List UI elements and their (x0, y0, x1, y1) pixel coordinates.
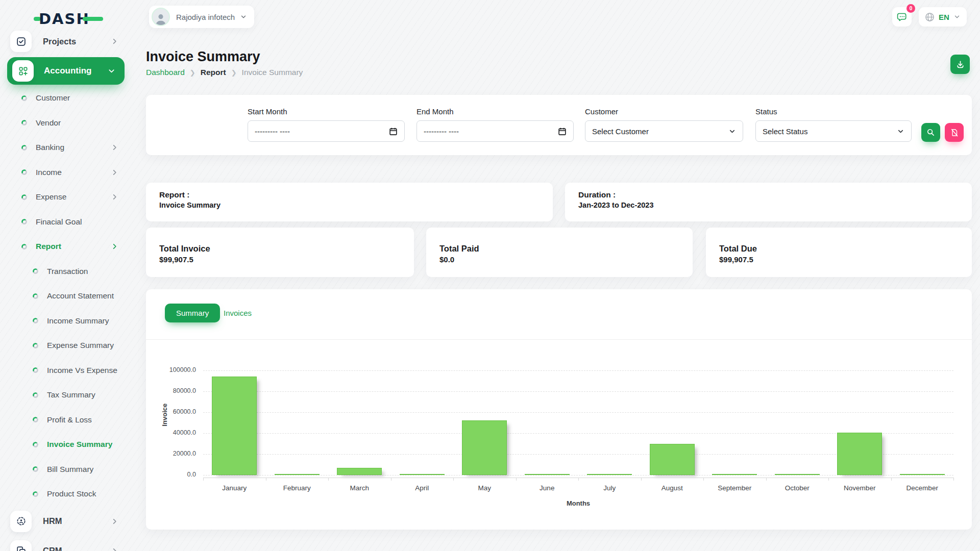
chevron-down-icon (953, 13, 961, 20)
tab-summary[interactable]: Summary (165, 304, 220, 322)
total-invoice-title: Total Invoice (159, 244, 401, 254)
page-title: Invoice Summary (146, 49, 260, 65)
tab-invoices[interactable]: Invoices (218, 304, 257, 322)
file-slash-icon (950, 129, 959, 137)
duration-card: Duration : Jan-2023 to Dec-2023 (565, 183, 972, 221)
axis-tick (703, 478, 704, 481)
sidebar-item-label: Expense (36, 192, 66, 202)
sidebar-item-label: Bill Summary (47, 465, 93, 474)
chevron-down-icon (897, 128, 904, 135)
sidebar-item-vendor[interactable]: Vendor (0, 111, 132, 136)
bar-slot (203, 370, 266, 475)
sidebar-item-projects[interactable]: Projects (0, 27, 132, 56)
end-month-input[interactable]: --------- ---- (416, 120, 574, 142)
total-paid-card: Total Paid $0.0 (426, 228, 693, 277)
chevron-right-icon (111, 193, 118, 201)
divider (146, 339, 972, 340)
bullet-icon (21, 169, 27, 175)
sidebar-item-income-vs-expense[interactable]: Income Vs Expense (0, 358, 132, 383)
bar-slot (328, 370, 391, 475)
sidebar-item-label: Finacial Goal (36, 217, 82, 227)
bar-january[interactable] (212, 377, 257, 475)
sidebar-item-expense[interactable]: Expense (0, 185, 132, 210)
sidebar-item-label: Tax Summary (47, 390, 95, 399)
logo-text: DASH (39, 10, 90, 28)
start-month-label: Start Month (248, 107, 405, 116)
chevron-right-icon (111, 517, 118, 525)
y-tick-label: 80000.0 (146, 387, 196, 394)
sidebar-item-transaction[interactable]: Transaction (0, 259, 132, 284)
language-selector[interactable]: EN (919, 7, 967, 27)
download-button[interactable] (950, 55, 970, 74)
breadcrumb: Dashboard ❯ Report ❯ Invoice Summary (146, 68, 303, 77)
customer-label: Customer (585, 107, 743, 116)
bar-slot (516, 370, 579, 475)
sidebar-item-income-summary[interactable]: Income Summary (0, 309, 132, 334)
bar-slot (703, 370, 766, 475)
bar-march[interactable] (337, 468, 382, 475)
axis-tick (953, 478, 954, 481)
sidebar-item-product-stock[interactable]: Product Stock (0, 482, 132, 507)
customer-select[interactable]: Select Customer (585, 120, 743, 142)
sidebar-item-bill-summary[interactable]: Bill Summary (0, 457, 132, 482)
bar-october[interactable] (775, 474, 820, 475)
reset-filter-button[interactable] (945, 123, 964, 142)
y-tick-label: 60000.0 (146, 408, 196, 415)
crm-icon (10, 540, 32, 551)
bullet-icon (21, 120, 27, 126)
sidebar-item-accounting[interactable]: Accounting (7, 57, 125, 85)
sidebar-item-invoice-summary[interactable]: Invoice Summary (0, 432, 132, 457)
sidebar-item-customer[interactable]: Customer (0, 86, 132, 111)
customer-select-value: Select Customer (592, 127, 649, 136)
bar-august[interactable] (650, 444, 695, 475)
bar-april[interactable] (400, 474, 445, 475)
globe-icon (925, 12, 935, 22)
bullet-icon (33, 442, 38, 447)
x-tick-label: September (703, 484, 766, 492)
breadcrumb-separator: ❯ (231, 69, 237, 77)
total-invoice-value: $99,907.5 (159, 255, 401, 264)
status-select[interactable]: Select Status (755, 120, 912, 142)
bar-november[interactable] (837, 433, 882, 475)
bar-june[interactable] (525, 474, 570, 475)
sidebar-item-profit-loss[interactable]: Profit & Loss (0, 408, 132, 433)
sidebar-item-expense-summary[interactable]: Expense Summary (0, 333, 132, 358)
company-dropdown[interactable]: Rajodiya infotech (149, 6, 254, 28)
messages-badge: 0 (906, 4, 915, 13)
sidebar-item-label: Product Stock (47, 489, 96, 498)
bar-december[interactable] (900, 474, 945, 475)
total-paid-title: Total Paid (439, 244, 679, 254)
axis-tick (891, 478, 892, 481)
chevron-right-icon (111, 547, 118, 551)
chevron-down-icon (240, 13, 247, 20)
app-logo[interactable]: DASH (34, 9, 103, 29)
breadcrumb-dashboard[interactable]: Dashboard (146, 68, 185, 77)
x-tick-label: January (203, 484, 266, 492)
bar-september[interactable] (712, 474, 757, 475)
search-button[interactable] (921, 123, 940, 142)
bar-may[interactable] (462, 420, 507, 475)
bar-slot (578, 370, 641, 475)
sidebar-item-crm[interactable]: CRM (0, 536, 132, 551)
chevron-right-icon (111, 144, 118, 152)
sidebar-item-banking[interactable]: Banking (0, 135, 132, 160)
breadcrumb-report[interactable]: Report (201, 68, 226, 77)
calendar-icon (558, 127, 567, 136)
messages-button[interactable]: 0 (892, 7, 912, 27)
sidebar-item-income[interactable]: Income (0, 160, 132, 185)
hrm-icon (10, 511, 32, 532)
bullet-icon (33, 318, 38, 323)
start-month-input[interactable]: --------- ---- (248, 120, 405, 142)
sidebar-item-finacial-goal[interactable]: Finacial Goal (0, 210, 132, 235)
bar-february[interactable] (275, 474, 320, 475)
bullet-icon (21, 194, 27, 200)
sidebar-item-tax-summary[interactable]: Tax Summary (0, 383, 132, 408)
gridline (203, 475, 953, 475)
x-axis-title: Months (203, 499, 953, 507)
x-tick-label: May (453, 484, 516, 492)
bar-july[interactable] (587, 474, 632, 475)
sidebar-item-hrm[interactable]: HRM (0, 507, 132, 536)
sidebar-item-account-statement[interactable]: Account Statement (0, 284, 132, 309)
sidebar-item-report[interactable]: Report (0, 234, 132, 259)
start-month-placeholder: --------- ---- (255, 127, 290, 136)
